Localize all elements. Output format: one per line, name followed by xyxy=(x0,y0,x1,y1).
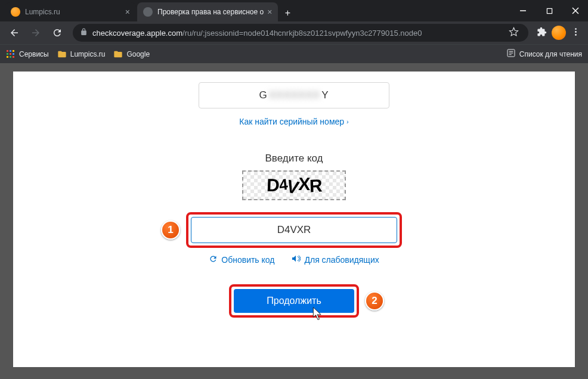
bookmarks-bar: Сервисы Lumpics.ru Google Список для чте… xyxy=(0,44,588,63)
tab-title: Проверка права на сервисное о xyxy=(157,8,264,16)
page-content: G XXXXXXX Y Как найти серийный номер › В… xyxy=(13,72,575,367)
svg-rect-9 xyxy=(13,50,14,52)
bookmark-label: Сервисы xyxy=(19,50,49,58)
continue-wrap: Продолжить 2 xyxy=(229,284,359,318)
bookmark-google[interactable]: Google xyxy=(113,49,150,59)
tab-strip: Lumpics.ru × Проверка права на сервисное… xyxy=(0,0,296,21)
link-label: Обновить код xyxy=(221,255,274,265)
reload-button[interactable] xyxy=(48,23,67,42)
bookmark-services[interactable]: Сервисы xyxy=(6,49,49,59)
svg-point-4 xyxy=(575,28,577,30)
svg-rect-1 xyxy=(547,8,552,13)
close-icon[interactable]: × xyxy=(125,7,130,17)
tab-title: Lumpics.ru xyxy=(25,8,122,16)
reading-list-button[interactable]: Список для чтения xyxy=(506,48,582,60)
bookmark-lumpics[interactable]: Lumpics.ru xyxy=(57,49,106,59)
star-icon[interactable] xyxy=(506,27,521,39)
continue-button[interactable]: Продолжить xyxy=(234,289,354,313)
apple-icon xyxy=(143,7,153,17)
annotation-badge-1: 1 xyxy=(161,220,180,240)
svg-rect-14 xyxy=(10,56,11,58)
annotation-highlight-2: Продолжить xyxy=(229,284,359,318)
titlebar: Lumpics.ru × Проверка права на сервисное… xyxy=(0,0,588,21)
svg-rect-10 xyxy=(7,53,8,55)
audio-captcha-link[interactable]: Для слабовидящих xyxy=(291,254,379,265)
apps-icon xyxy=(6,49,16,59)
refresh-captcha-link[interactable]: Обновить код xyxy=(209,254,274,265)
serial-last-char: Y xyxy=(321,89,329,101)
serial-first-char: G xyxy=(259,89,268,101)
close-window-button[interactable] xyxy=(568,3,583,18)
close-icon[interactable]: × xyxy=(267,7,272,17)
extensions-icon[interactable] xyxy=(534,27,549,39)
back-button[interactable] xyxy=(5,23,24,42)
orange-icon xyxy=(11,7,20,17)
reading-list-icon xyxy=(506,48,516,60)
menu-icon[interactable] xyxy=(568,27,583,39)
svg-rect-11 xyxy=(10,53,11,55)
addressbar-row: checkcoverage.apple.com/ru/ru/;jsessioni… xyxy=(0,21,588,44)
annotation-highlight-1 xyxy=(186,212,402,248)
svg-rect-12 xyxy=(13,53,14,55)
link-label: Для слабовидящих xyxy=(304,255,379,265)
reading-list-label: Список для чтения xyxy=(519,50,582,58)
captcha-sub-links: Обновить код Для слабовидящих xyxy=(209,254,379,265)
bookmark-label: Lumpics.ru xyxy=(70,50,106,58)
captcha-input-wrap: 1 xyxy=(186,212,402,248)
svg-point-5 xyxy=(575,31,577,33)
url-text: checkcoverage.apple.com/ru/ru/;jsessioni… xyxy=(92,29,502,38)
tab-apple-coverage[interactable]: Проверка права на сервисное о × xyxy=(137,2,278,21)
tab-lumpics[interactable]: Lumpics.ru × xyxy=(5,2,136,21)
new-tab-button[interactable]: + xyxy=(279,5,296,21)
svg-rect-15 xyxy=(13,56,14,58)
serial-blurred: XXXXXXX xyxy=(269,89,320,101)
captcha-image: D4VXR xyxy=(242,170,346,200)
refresh-icon xyxy=(209,254,218,265)
captcha-input[interactable] xyxy=(191,217,397,243)
svg-rect-8 xyxy=(10,50,11,52)
addressbar[interactable]: checkcoverage.apple.com/ru/ru/;jsessioni… xyxy=(73,24,528,42)
link-label: Как найти серийный номер xyxy=(239,117,344,126)
folder-icon xyxy=(57,49,67,59)
lock-icon xyxy=(80,27,88,38)
captcha-text: D4VXR xyxy=(266,175,322,195)
maximize-button[interactable] xyxy=(541,3,557,18)
annotation-badge-2: 2 xyxy=(365,291,384,310)
svg-point-6 xyxy=(575,34,577,36)
serial-number-field[interactable]: G XXXXXXX Y xyxy=(199,82,389,108)
svg-rect-13 xyxy=(7,56,8,58)
bookmark-label: Google xyxy=(126,50,150,58)
svg-rect-7 xyxy=(7,50,8,52)
profile-avatar[interactable] xyxy=(552,26,566,40)
find-serial-link[interactable]: Как найти серийный номер › xyxy=(239,117,349,126)
minimize-button[interactable] xyxy=(515,3,531,18)
browser-chrome: Lumpics.ru × Проверка права на сервисное… xyxy=(0,0,588,63)
folder-icon xyxy=(113,49,123,59)
forward-button[interactable] xyxy=(26,23,45,42)
speaker-icon xyxy=(291,254,301,265)
chevron-right-icon: › xyxy=(346,118,349,125)
enter-code-label: Введите код xyxy=(265,153,323,164)
